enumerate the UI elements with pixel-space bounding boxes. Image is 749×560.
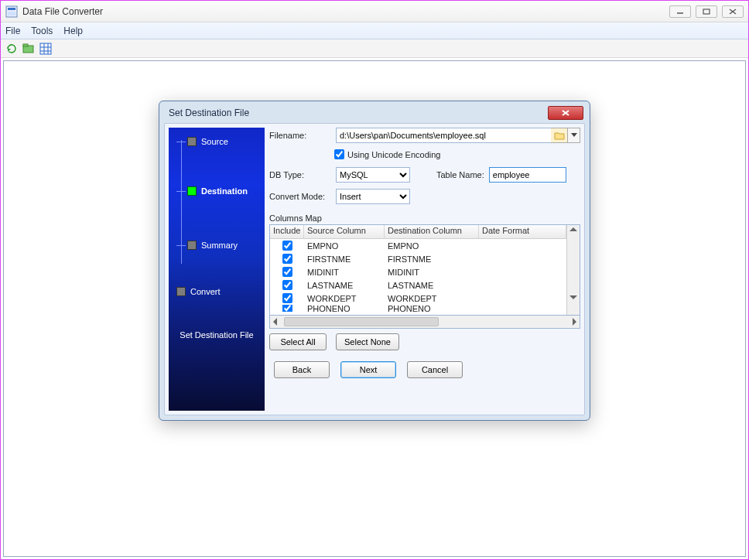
dest-cell: PHONENO	[385, 305, 479, 312]
selection-buttons: Select All Select None	[269, 333, 580, 350]
wizard-step-source[interactable]: Source	[176, 137, 228, 146]
wizard-sidebar: Source Destination Summary Convert Set D…	[169, 128, 265, 411]
wizard-step-convert[interactable]: Convert	[176, 287, 221, 296]
convertmode-label: Convert Mode:	[269, 192, 331, 201]
table-row[interactable]: MIDINITMIDINIT	[270, 265, 566, 278]
cancel-button[interactable]: Cancel	[407, 361, 463, 378]
dialog-titlebar[interactable]: Set Destination File	[164, 106, 585, 123]
dest-cell: EMPNO	[385, 241, 479, 251]
tablename-label: Table Name:	[436, 170, 484, 179]
browse-button[interactable]	[551, 128, 568, 143]
dbtype-select[interactable]: MySQL	[336, 167, 410, 183]
window-buttons	[669, 5, 744, 18]
source-cell: LASTNAME	[304, 281, 385, 290]
wizard-step-label: Source	[201, 137, 228, 146]
select-all-button[interactable]: Select All	[269, 333, 327, 350]
select-none-button[interactable]: Select None	[336, 333, 399, 350]
grid-inner: Include Source Column Destination Column…	[270, 225, 566, 315]
svg-rect-9	[40, 43, 51, 54]
table-row[interactable]: LASTNAMELASTNAME	[270, 278, 566, 292]
unicode-checkbox-row: Using Unicode Encoding	[334, 149, 580, 159]
include-checkbox[interactable]	[282, 305, 292, 312]
filename-box	[336, 128, 580, 143]
col-dest-header[interactable]: Destination Column	[385, 225, 479, 238]
scroll-right-icon	[573, 318, 576, 326]
columns-grid: Include Source Column Destination Column…	[269, 224, 580, 316]
close-button[interactable]	[722, 5, 744, 18]
table-row[interactable]: EMPNOEMPNO	[270, 239, 566, 252]
dest-cell: LASTNAME	[385, 281, 479, 290]
dialog-body: Source Destination Summary Convert Set D…	[164, 123, 585, 415]
unicode-checkbox[interactable]	[334, 149, 344, 159]
include-checkbox[interactable]	[282, 267, 292, 277]
wizard-step-summary[interactable]: Summary	[176, 241, 238, 250]
step-marker-active-icon	[187, 186, 197, 196]
row-dbtype: DB Type: MySQL Table Name:	[269, 167, 580, 183]
nav-buttons: Back Next Cancel	[269, 361, 580, 378]
menu-help[interactable]: Help	[63, 26, 83, 36]
close-icon	[561, 109, 570, 117]
unicode-label: Using Unicode Encoding	[347, 150, 440, 159]
menu-tools[interactable]: Tools	[31, 26, 53, 36]
table-row[interactable]: FIRSTNMEFIRSTNME	[270, 252, 566, 265]
app-icon	[5, 5, 18, 18]
form-pane: Filename: Using Unicode Encoding DB Type…	[269, 128, 580, 411]
back-button[interactable]: Back	[274, 361, 330, 378]
wizard-step-label: Summary	[201, 241, 238, 250]
main-titlebar: Data File Converter	[1, 1, 748, 22]
dialog-set-destination: Set Destination File Source Destination …	[159, 101, 590, 421]
columnsmap-label: Columns Map	[269, 213, 580, 223]
wizard-caption: Set Destination File	[169, 330, 265, 340]
dbtype-label: DB Type:	[269, 170, 331, 179]
scroll-left-icon	[273, 318, 277, 326]
col-datefmt-header[interactable]: Date Format	[479, 225, 566, 238]
svg-rect-2	[8, 12, 15, 15]
wizard-step-destination[interactable]: Destination	[176, 186, 248, 196]
col-include-header[interactable]: Include	[270, 225, 304, 238]
tool-bar	[1, 39, 748, 58]
include-checkbox[interactable]	[282, 280, 292, 290]
row-filename: Filename:	[269, 128, 580, 143]
refresh-icon[interactable]	[5, 43, 18, 55]
table-row[interactable]: PHONENOPHONENO	[270, 305, 566, 312]
table-row[interactable]: WORKDEPTWORKDEPT	[270, 292, 566, 305]
svg-rect-4	[703, 9, 710, 14]
menu-bar: File Tools Help	[1, 22, 748, 39]
dest-cell: WORKDEPT	[385, 294, 479, 303]
include-checkbox[interactable]	[282, 293, 292, 303]
open-icon[interactable]	[22, 43, 35, 55]
source-cell: MIDINIT	[304, 268, 385, 277]
wizard-step-label: Destination	[201, 186, 248, 196]
vertical-scrollbar[interactable]	[566, 225, 580, 315]
step-marker-icon	[176, 287, 186, 296]
filename-label: Filename:	[269, 131, 331, 140]
tablename-input[interactable]	[489, 167, 566, 183]
col-source-header[interactable]: Source Column	[304, 225, 385, 238]
chevron-down-icon	[571, 133, 577, 138]
scroll-thumb[interactable]	[284, 317, 439, 326]
step-marker-icon	[187, 241, 197, 250]
include-checkbox[interactable]	[282, 241, 292, 251]
dialog-title: Set Destination File	[169, 108, 548, 118]
source-cell: WORKDEPT	[304, 294, 385, 303]
source-cell: EMPNO	[304, 241, 385, 251]
next-button[interactable]: Next	[340, 361, 396, 378]
minimize-button[interactable]	[669, 5, 691, 18]
row-convertmode: Convert Mode: Insert	[269, 189, 580, 204]
horizontal-scrollbar[interactable]	[269, 316, 580, 329]
source-cell: PHONENO	[304, 305, 385, 312]
grid-icon[interactable]	[39, 43, 52, 55]
include-checkbox[interactable]	[282, 254, 292, 264]
grid-header: Include Source Column Destination Column…	[270, 225, 566, 239]
menu-file[interactable]: File	[5, 26, 20, 36]
convertmode-select[interactable]: Insert	[336, 189, 410, 204]
dest-cell: MIDINIT	[385, 268, 479, 277]
svg-rect-8	[23, 44, 28, 46]
filename-input[interactable]	[336, 128, 551, 143]
filename-dropdown-toggle[interactable]	[568, 128, 580, 143]
dialog-close-button[interactable]	[548, 106, 583, 120]
dest-cell: FIRSTNME	[385, 254, 479, 264]
maximize-button[interactable]	[696, 5, 717, 18]
svg-rect-1	[8, 8, 15, 10]
app-title: Data File Converter	[22, 6, 669, 17]
